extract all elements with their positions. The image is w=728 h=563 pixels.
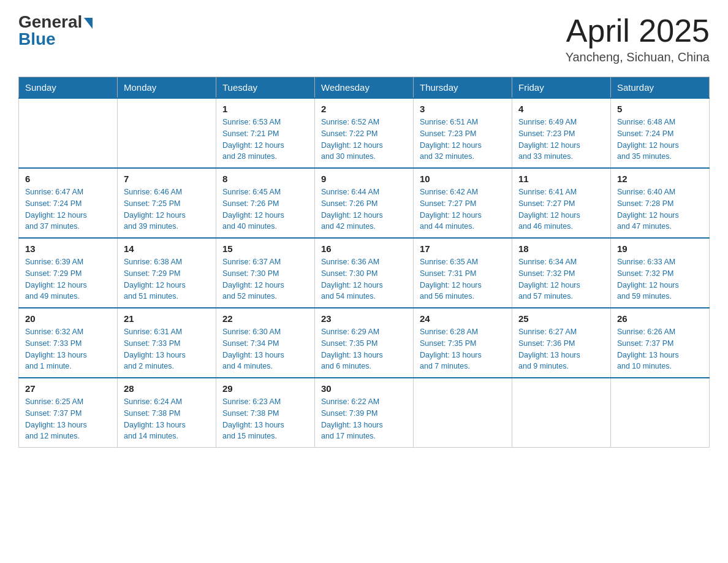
day-info: Sunrise: 6:41 AM Sunset: 7:27 PM Dayligh…	[518, 186, 604, 232]
day-info: Sunrise: 6:32 AM Sunset: 7:33 PM Dayligh…	[25, 326, 111, 372]
logo-triangle-icon	[84, 18, 93, 29]
day-number: 11	[518, 174, 604, 184]
day-number: 6	[25, 174, 111, 184]
calendar-cell	[611, 378, 710, 448]
day-info: Sunrise: 6:45 AM Sunset: 7:26 PM Dayligh…	[222, 186, 308, 232]
day-number: 12	[617, 174, 703, 184]
calendar-cell	[512, 378, 611, 448]
calendar-week-5: 27Sunrise: 6:25 AM Sunset: 7:37 PM Dayli…	[19, 378, 710, 448]
calendar-cell: 18Sunrise: 6:34 AM Sunset: 7:32 PM Dayli…	[512, 238, 611, 308]
calendar-header-wednesday: Wednesday	[315, 77, 414, 99]
calendar-header-friday: Friday	[512, 77, 611, 99]
day-number: 16	[321, 243, 407, 254]
day-number: 24	[420, 313, 506, 324]
day-number: 25	[518, 313, 604, 324]
calendar-cell: 28Sunrise: 6:24 AM Sunset: 7:38 PM Dayli…	[118, 378, 216, 448]
day-number: 28	[124, 383, 210, 394]
day-info: Sunrise: 6:51 AM Sunset: 7:23 PM Dayligh…	[420, 117, 506, 163]
day-number: 5	[617, 104, 703, 114]
day-info: Sunrise: 6:40 AM Sunset: 7:28 PM Dayligh…	[617, 186, 703, 232]
day-info: Sunrise: 6:36 AM Sunset: 7:30 PM Dayligh…	[321, 256, 407, 302]
day-info: Sunrise: 6:22 AM Sunset: 7:39 PM Dayligh…	[321, 396, 407, 442]
day-number: 18	[518, 243, 604, 254]
day-info: Sunrise: 6:37 AM Sunset: 7:30 PM Dayligh…	[222, 256, 308, 302]
calendar-header-thursday: Thursday	[414, 77, 512, 99]
calendar-table: SundayMondayTuesdayWednesdayThursdayFrid…	[18, 77, 710, 448]
day-number: 29	[222, 383, 308, 394]
day-number: 3	[420, 104, 506, 114]
day-info: Sunrise: 6:47 AM Sunset: 7:24 PM Dayligh…	[25, 186, 111, 232]
day-info: Sunrise: 6:29 AM Sunset: 7:35 PM Dayligh…	[321, 326, 407, 372]
calendar-cell: 21Sunrise: 6:31 AM Sunset: 7:33 PM Dayli…	[118, 308, 216, 378]
calendar-cell: 5Sunrise: 6:48 AM Sunset: 7:24 PM Daylig…	[611, 98, 710, 168]
day-info: Sunrise: 6:33 AM Sunset: 7:32 PM Dayligh…	[617, 256, 703, 302]
logo-blue-text: Blue	[18, 29, 56, 49]
calendar-header-sunday: Sunday	[19, 77, 118, 99]
day-number: 30	[321, 383, 407, 394]
calendar-cell: 14Sunrise: 6:38 AM Sunset: 7:29 PM Dayli…	[118, 238, 216, 308]
calendar-cell: 26Sunrise: 6:26 AM Sunset: 7:37 PM Dayli…	[611, 308, 710, 378]
day-info: Sunrise: 6:31 AM Sunset: 7:33 PM Dayligh…	[124, 326, 210, 372]
calendar-cell: 4Sunrise: 6:49 AM Sunset: 7:23 PM Daylig…	[512, 98, 611, 168]
calendar-week-2: 6Sunrise: 6:47 AM Sunset: 7:24 PM Daylig…	[19, 168, 710, 238]
calendar-cell: 24Sunrise: 6:28 AM Sunset: 7:35 PM Dayli…	[414, 308, 512, 378]
calendar-cell: 2Sunrise: 6:52 AM Sunset: 7:22 PM Daylig…	[315, 98, 414, 168]
day-info: Sunrise: 6:25 AM Sunset: 7:37 PM Dayligh…	[25, 396, 111, 442]
day-number: 4	[518, 104, 604, 114]
calendar-cell: 16Sunrise: 6:36 AM Sunset: 7:30 PM Dayli…	[315, 238, 414, 308]
calendar-cell: 20Sunrise: 6:32 AM Sunset: 7:33 PM Dayli…	[19, 308, 118, 378]
title-section: April 2025 Yancheng, Sichuan, China	[566, 12, 710, 64]
calendar-cell: 7Sunrise: 6:46 AM Sunset: 7:25 PM Daylig…	[118, 168, 216, 238]
calendar-week-3: 13Sunrise: 6:39 AM Sunset: 7:29 PM Dayli…	[19, 238, 710, 308]
day-number: 20	[25, 313, 111, 324]
calendar-cell: 25Sunrise: 6:27 AM Sunset: 7:36 PM Dayli…	[512, 308, 611, 378]
day-number: 13	[25, 243, 111, 254]
day-number: 27	[25, 383, 111, 394]
calendar-cell: 9Sunrise: 6:44 AM Sunset: 7:26 PM Daylig…	[315, 168, 414, 238]
calendar-cell: 27Sunrise: 6:25 AM Sunset: 7:37 PM Dayli…	[19, 378, 118, 448]
day-number: 2	[321, 104, 407, 114]
day-info: Sunrise: 6:53 AM Sunset: 7:21 PM Dayligh…	[222, 117, 308, 163]
day-info: Sunrise: 6:27 AM Sunset: 7:36 PM Dayligh…	[518, 326, 604, 372]
calendar-cell	[19, 98, 118, 168]
calendar-cell: 11Sunrise: 6:41 AM Sunset: 7:27 PM Dayli…	[512, 168, 611, 238]
day-number: 23	[321, 313, 407, 324]
logo: General Blue	[18, 12, 93, 49]
calendar-cell: 29Sunrise: 6:23 AM Sunset: 7:38 PM Dayli…	[216, 378, 315, 448]
calendar-cell: 19Sunrise: 6:33 AM Sunset: 7:32 PM Dayli…	[611, 238, 710, 308]
calendar-cell: 30Sunrise: 6:22 AM Sunset: 7:39 PM Dayli…	[315, 378, 414, 448]
calendar-title: April 2025	[566, 12, 710, 49]
day-info: Sunrise: 6:46 AM Sunset: 7:25 PM Dayligh…	[124, 186, 210, 232]
day-info: Sunrise: 6:52 AM Sunset: 7:22 PM Dayligh…	[321, 117, 407, 163]
day-info: Sunrise: 6:44 AM Sunset: 7:26 PM Dayligh…	[321, 186, 407, 232]
calendar-header-monday: Monday	[118, 77, 216, 99]
calendar-cell: 1Sunrise: 6:53 AM Sunset: 7:21 PM Daylig…	[216, 98, 315, 168]
calendar-week-4: 20Sunrise: 6:32 AM Sunset: 7:33 PM Dayli…	[19, 308, 710, 378]
calendar-cell: 8Sunrise: 6:45 AM Sunset: 7:26 PM Daylig…	[216, 168, 315, 238]
day-info: Sunrise: 6:49 AM Sunset: 7:23 PM Dayligh…	[518, 117, 604, 163]
calendar-cell	[414, 378, 512, 448]
day-number: 7	[124, 174, 210, 184]
day-info: Sunrise: 6:34 AM Sunset: 7:32 PM Dayligh…	[518, 256, 604, 302]
calendar-cell: 12Sunrise: 6:40 AM Sunset: 7:28 PM Dayli…	[611, 168, 710, 238]
calendar-cell: 17Sunrise: 6:35 AM Sunset: 7:31 PM Dayli…	[414, 238, 512, 308]
day-number: 26	[617, 313, 703, 324]
day-number: 22	[222, 313, 308, 324]
calendar-cell	[118, 98, 216, 168]
calendar-cell: 23Sunrise: 6:29 AM Sunset: 7:35 PM Dayli…	[315, 308, 414, 378]
day-number: 14	[124, 243, 210, 254]
calendar-cell: 22Sunrise: 6:30 AM Sunset: 7:34 PM Dayli…	[216, 308, 315, 378]
day-number: 17	[420, 243, 506, 254]
calendar-header-tuesday: Tuesday	[216, 77, 315, 99]
calendar-cell: 6Sunrise: 6:47 AM Sunset: 7:24 PM Daylig…	[19, 168, 118, 238]
day-info: Sunrise: 6:30 AM Sunset: 7:34 PM Dayligh…	[222, 326, 308, 372]
day-number: 9	[321, 174, 407, 184]
calendar-location: Yancheng, Sichuan, China	[566, 50, 710, 64]
day-info: Sunrise: 6:24 AM Sunset: 7:38 PM Dayligh…	[124, 396, 210, 442]
day-number: 15	[222, 243, 308, 254]
day-info: Sunrise: 6:26 AM Sunset: 7:37 PM Dayligh…	[617, 326, 703, 372]
day-info: Sunrise: 6:35 AM Sunset: 7:31 PM Dayligh…	[420, 256, 506, 302]
calendar-header-saturday: Saturday	[611, 77, 710, 99]
calendar-cell: 15Sunrise: 6:37 AM Sunset: 7:30 PM Dayli…	[216, 238, 315, 308]
day-number: 1	[222, 104, 308, 114]
